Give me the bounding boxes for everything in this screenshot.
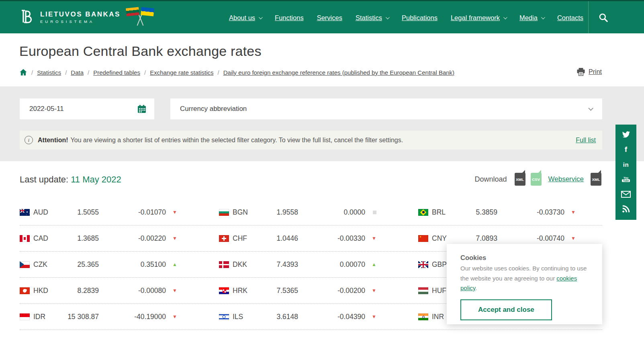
change-value: -0.00220 [99,234,166,243]
down-arrow-icon: ▼ [564,235,576,241]
social-sidebar: f in YouTube [615,125,636,220]
change-value: 0.0000 [298,208,365,217]
chevron-down-icon [588,106,593,111]
info-icon: i [25,136,33,144]
rate-cell-hrk: HRK7.5365-0.00200▼ [219,287,418,295]
main-header: LIETUVOS BANKAS EUROSISTEMA About usFunc… [0,0,644,33]
rate-cell-brl: BRL5.3859-0.03730▼ [418,208,602,217]
flag-icon-ca [20,235,30,242]
rate-value: 7.5365 [258,287,298,295]
flag-icon-in [418,313,428,320]
rate-cell-cad: CAD1.3685-0.00220▼ [20,234,219,243]
accept-and-close-button[interactable]: Accept and close [460,299,552,320]
down-arrow-icon: ▼ [166,235,177,241]
facebook-icon[interactable]: f [621,145,631,154]
change-value: -0.00330 [298,234,365,243]
rate-value: 8.2839 [59,287,99,295]
lithuania-ukraine-flags-icon [126,7,154,28]
nav-item-media[interactable]: Media [519,14,544,22]
currency-code: CNY [432,234,457,243]
currency-code: ILS [233,313,258,321]
chevron-down-icon [541,15,545,19]
table-row: AUD1.5055-0.01070▼BGN1.95580.0000BRL5.38… [20,199,602,225]
breadcrumb-predefined-tables[interactable]: Predefined tables [93,69,140,76]
breadcrumb-statistics[interactable]: Statistics [37,69,61,76]
main-nav: About usFunctionsServicesStatisticsPubli… [229,1,583,35]
rate-value: 15 308.87 [59,313,99,321]
webservice-link[interactable]: Webservice [548,175,584,183]
down-arrow-icon: ▼ [166,209,177,215]
lb-monogram-icon [18,8,35,27]
currency-code: CAD [33,234,59,243]
printer-icon[interactable] [577,68,585,76]
up-arrow-icon: ▲ [166,262,177,267]
flag-icon-il [219,313,229,320]
chevron-down-icon [386,15,390,19]
currency-code: CHF [233,234,258,243]
email-icon[interactable] [621,189,631,199]
cookie-popup: Cookies Our website uses cookies. By con… [447,244,602,324]
download-controls: Download XML CSV Webservice XML [474,173,601,186]
flag-icon-bg [219,209,229,216]
rate-value: 1.0446 [258,234,298,243]
rate-cell-cny: CNY7.0893-0.00740▼ [418,234,602,243]
download-csv-icon[interactable]: CSV [531,173,542,186]
rate-value: 25.365 [59,260,99,269]
search-icon[interactable] [598,12,609,25]
rate-cell-hkd: HKD8.2839-0.00080▼ [20,287,219,295]
nav-item-statistics[interactable]: Statistics [356,14,388,22]
up-arrow-icon: ▲ [365,262,376,267]
flag-icon-hr [219,287,229,294]
flag-icon-cn [418,235,428,242]
last-update: Last update: 11 May 2022 [20,174,121,185]
webservice-xml-icon[interactable]: XML [591,173,601,186]
down-arrow-icon: ▼ [166,288,177,293]
flag-icon-au [20,209,30,216]
calendar-icon[interactable] [137,104,146,113]
rate-value: 1.5055 [59,208,99,217]
breadcrumb-data[interactable]: Data [71,69,84,76]
currency-code: IDR [33,313,59,321]
download-xml-icon[interactable]: XML [515,173,525,186]
twitter-icon[interactable] [621,130,631,139]
rate-cell-dkk: DKK7.43930.00070▲ [219,260,418,269]
bank-logo[interactable]: LIETUVOS BANKAS EUROSISTEMA [18,7,154,28]
currency-select-placeholder: Currency abbreviation [180,105,247,113]
youtube-icon[interactable]: YouTube [621,174,631,184]
flag-icon-dk [219,261,229,268]
home-icon[interactable] [19,69,27,76]
rate-value: 3.6148 [258,313,298,321]
brand-name: LIETUVOS BANKAS [40,10,121,18]
nav-item-publications[interactable]: Publications [402,14,438,22]
notice-bold: Attention! [38,137,68,144]
no-change-icon [373,211,376,214]
nav-item-legal-framework[interactable]: Legal framework [451,14,506,22]
rate-value: 1.9558 [258,208,298,217]
currency-code: AUD [33,208,59,217]
down-arrow-icon: ▼ [365,235,376,241]
rate-value: 7.4393 [258,260,298,269]
nav-item-about-us[interactable]: About us [229,14,262,22]
change-value: 0.35100 [99,260,166,269]
chevron-down-icon [503,15,507,19]
flag-icon-br [418,209,428,216]
breadcrumb-daily-euro-rates[interactable]: Daily euro foreign exchange reference ra… [223,69,454,76]
attention-notice: i Attention! You are viewing a shorter l… [20,131,602,149]
flag-icon-ch [219,235,229,242]
linkedin-icon[interactable]: in [621,160,631,169]
nav-item-functions[interactable]: Functions [275,14,304,22]
change-value: -0.00740 [497,234,564,243]
rss-icon[interactable] [621,204,631,214]
flag-icon-hu [418,287,428,294]
breadcrumb-exchange-rate-statistics[interactable]: Exchange rate statistics [150,69,213,76]
filter-band: 2022-05-11 Currency abbreviation i Atten… [0,86,644,161]
full-list-link[interactable]: Full list [576,137,596,144]
currency-code: BRL [432,208,457,217]
currency-abbreviation-select[interactable]: Currency abbreviation [170,98,602,119]
print-link[interactable]: Print [589,68,602,76]
nav-item-services[interactable]: Services [317,14,342,22]
down-arrow-icon: ▼ [365,288,376,293]
rate-value: 5.3859 [457,208,497,217]
date-input[interactable]: 2022-05-11 [20,98,154,119]
nav-item-contacts[interactable]: Contacts [557,14,583,22]
